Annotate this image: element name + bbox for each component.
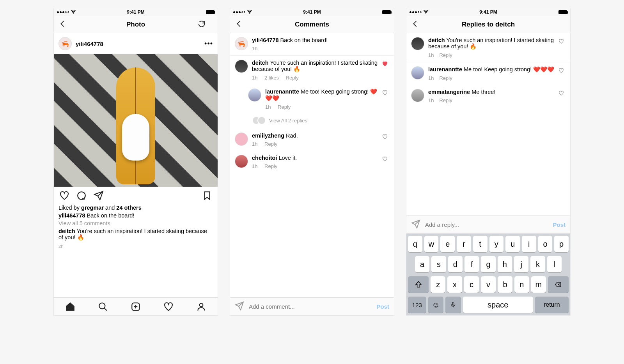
key-u[interactable]: u — [505, 236, 520, 252]
add-post-tab[interactable] — [119, 302, 152, 312]
reply-button[interactable]: Reply — [439, 75, 452, 81]
activity-tab[interactable] — [152, 302, 185, 312]
key-f[interactable]: f — [464, 256, 479, 272]
reply-row: deitch You're such an inspiration! I sta… — [406, 33, 570, 62]
key-r[interactable]: r — [457, 236, 471, 252]
commenter-avatar[interactable] — [235, 60, 248, 73]
key-p[interactable]: p — [554, 236, 569, 252]
author-avatar[interactable]: 🦐 — [235, 37, 248, 50]
key-z[interactable]: z — [431, 276, 445, 293]
key-g[interactable]: g — [481, 256, 495, 272]
key-b[interactable]: b — [498, 276, 512, 293]
post-image[interactable] — [54, 54, 218, 187]
commenter-avatar[interactable] — [411, 66, 424, 80]
author-username[interactable]: yili464778 — [76, 41, 103, 47]
share-icon[interactable] — [411, 219, 420, 230]
reply-input[interactable] — [425, 221, 553, 228]
likes-user[interactable]: gregmar — [81, 205, 104, 211]
comment-user[interactable]: laurenanntte — [428, 66, 462, 72]
svg-point-7 — [249, 13, 250, 14]
dictation-key[interactable] — [445, 297, 461, 313]
key-m[interactable]: m — [531, 276, 546, 293]
view-all-comments[interactable]: View all 5 comments — [54, 220, 218, 228]
backspace-key[interactable] — [548, 276, 569, 293]
view-all-replies[interactable]: View All 2 replies — [252, 114, 394, 129]
like-comment-button[interactable] — [382, 134, 389, 141]
like-comment-button[interactable] — [382, 90, 389, 97]
key-a[interactable]: a — [415, 256, 429, 272]
caption: yili464778 Back on the board! — [54, 212, 218, 220]
shift-key[interactable] — [408, 276, 429, 293]
refresh-button[interactable] — [197, 19, 213, 30]
share-icon[interactable] — [235, 301, 244, 312]
key-i[interactable]: i — [522, 236, 536, 252]
key-n[interactable]: n — [514, 276, 529, 293]
like-comment-button[interactable] — [558, 39, 566, 46]
key-d[interactable]: d — [448, 256, 463, 272]
keyboard: qwertyuiop asdfghjkl zxcvbnm 123 ☺ space… — [406, 233, 570, 315]
reply-button[interactable]: Reply — [278, 104, 291, 110]
key-k[interactable]: k — [530, 256, 545, 272]
back-button[interactable] — [58, 19, 74, 30]
commenter-avatar[interactable] — [411, 89, 424, 102]
like-comment-button[interactable] — [382, 156, 389, 163]
comment-user[interactable]: laurenanntte — [265, 88, 299, 95]
share-button[interactable] — [93, 190, 105, 201]
commenter-avatar[interactable] — [411, 37, 424, 50]
comment-user[interactable]: deitch — [428, 37, 445, 43]
search-tab[interactable] — [87, 302, 119, 312]
key-o[interactable]: o — [538, 236, 553, 252]
back-button[interactable] — [235, 19, 250, 30]
post-button[interactable]: Post — [553, 221, 566, 228]
preview-comment-user[interactable]: deitch — [58, 228, 75, 234]
author-avatar[interactable]: 🦐 — [58, 37, 72, 50]
key-s[interactable]: s — [431, 256, 446, 272]
likes-others[interactable]: 24 others — [116, 205, 141, 211]
comment-user[interactable]: emiilyzheng — [252, 133, 284, 139]
more-options-button[interactable]: ••• — [204, 40, 213, 48]
post-button[interactable]: Post — [376, 303, 389, 310]
reply-button[interactable]: Reply — [286, 75, 299, 81]
key-h[interactable]: h — [498, 256, 512, 272]
key-c[interactable]: c — [464, 276, 479, 293]
comment-user[interactable]: yili464778 — [252, 37, 279, 43]
key-l[interactable]: l — [547, 256, 562, 272]
comment-user[interactable]: chchoitoi — [252, 155, 277, 161]
caption-user[interactable]: yili464778 — [58, 212, 85, 219]
reply-button[interactable]: Reply — [439, 52, 452, 58]
comment-input[interactable] — [249, 303, 376, 310]
like-comment-button[interactable] — [558, 68, 566, 75]
like-comment-button[interactable] — [558, 90, 566, 97]
key-t[interactable]: t — [473, 236, 488, 252]
back-button[interactable] — [411, 19, 427, 30]
reply-button[interactable]: Reply — [439, 97, 452, 103]
likes-line[interactable]: Liked by gregmar and 24 others — [54, 205, 218, 212]
like-button[interactable] — [58, 190, 70, 201]
reply-button[interactable]: Reply — [264, 141, 277, 147]
commenter-avatar[interactable] — [248, 88, 261, 102]
home-tab[interactable] — [54, 302, 87, 312]
bookmark-button[interactable] — [201, 190, 213, 201]
profile-tab[interactable] — [185, 302, 218, 312]
return-key[interactable]: return — [535, 297, 569, 313]
numeric-key[interactable]: 123 — [408, 297, 426, 313]
key-w[interactable]: w — [424, 236, 439, 252]
comment-button[interactable] — [76, 190, 87, 201]
comment-user[interactable]: emmatangerine — [428, 89, 470, 95]
key-v[interactable]: v — [481, 276, 496, 293]
key-y[interactable]: y — [489, 236, 504, 252]
like-comment-button[interactable] — [382, 61, 389, 68]
wifi-icon — [423, 9, 429, 15]
key-j[interactable]: j — [514, 256, 528, 272]
emoji-key[interactable]: ☺ — [428, 297, 444, 313]
comment-user[interactable]: deitch — [252, 60, 269, 66]
reply-button[interactable]: Reply — [264, 163, 277, 169]
commenter-avatar[interactable] — [235, 155, 248, 168]
battery-icon — [558, 10, 567, 14]
comment-likes[interactable]: 2 likes — [264, 75, 279, 81]
key-q[interactable]: q — [408, 236, 422, 252]
commenter-avatar[interactable] — [235, 133, 248, 146]
space-key[interactable]: space — [463, 297, 533, 313]
key-x[interactable]: x — [447, 276, 462, 293]
key-e[interactable]: e — [440, 236, 455, 252]
